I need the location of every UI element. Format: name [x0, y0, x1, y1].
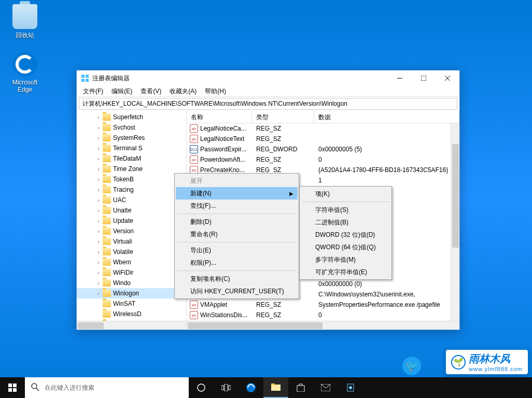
tree-item[interactable]: ›TokenB: [77, 174, 186, 184]
tree-item[interactable]: ›Superfetch: [77, 112, 186, 122]
search-box[interactable]: 在此键入进行搜索: [25, 377, 189, 398]
ctx-new-string[interactable]: 字符串值(S): [301, 204, 390, 216]
menu-help[interactable]: 帮助(H): [201, 86, 230, 97]
value-type-icon: 011: [190, 145, 198, 153]
column-name[interactable]: 名称: [187, 111, 252, 123]
list-hscroll[interactable]: [187, 321, 459, 330]
taskbar-app[interactable]: [338, 377, 363, 398]
tree-item[interactable]: ›Update: [77, 216, 186, 226]
list-row[interactable]: abPowerdownAft...REG_SZ0: [187, 154, 459, 165]
folder-icon: [103, 196, 111, 204]
ctx-expand[interactable]: 展开: [176, 175, 298, 187]
list-row[interactable]: abLegalNoticeCa...REG_SZ: [187, 123, 459, 134]
expander-icon: ›: [95, 229, 102, 234]
folder-icon: [103, 248, 111, 255]
titlebar[interactable]: 注册表编辑器: [77, 70, 459, 86]
value-name: VMApplet: [200, 301, 252, 308]
ctx-export[interactable]: 导出(E): [176, 244, 298, 257]
list-row[interactable]: abWinStationsDis...REG_SZ0: [187, 310, 459, 320]
tree-item-label: UAC: [113, 196, 126, 204]
tree-item[interactable]: ›Volatile: [77, 247, 186, 257]
desktop-icon-edge[interactable]: Microsoft Edge: [5, 52, 45, 93]
expander-icon: ›: [95, 177, 102, 182]
ctx-new-qword[interactable]: QWORD (64 位)值(Q): [301, 241, 390, 253]
list-row[interactable]: abLegalNoticeTextREG_SZ: [187, 134, 459, 144]
column-type[interactable]: 类型: [252, 111, 314, 123]
menu-edit[interactable]: 编辑(E): [107, 86, 136, 97]
recycle-bin-icon: [12, 4, 37, 29]
tree-item[interactable]: ›WiFiDir: [77, 267, 186, 278]
value-data: 0x00000000 (0): [314, 280, 459, 288]
taskbar-edge[interactable]: [239, 377, 263, 398]
tree-item[interactable]: ›Svchost: [77, 122, 186, 133]
menu-view[interactable]: 查看(V): [136, 86, 165, 97]
ctx-new-multi[interactable]: 多字符串值(M): [301, 253, 390, 266]
twitter-icon: 🐦: [402, 357, 421, 375]
expander-icon: ›: [95, 135, 102, 141]
maximize-button[interactable]: [412, 70, 436, 86]
list-row[interactable]: 011PasswordExpir...REG_DWORD0x00000005 (…: [187, 144, 459, 154]
expander-icon: ›: [95, 166, 102, 172]
close-icon: [445, 76, 450, 81]
menu-file[interactable]: 文件(F): [79, 86, 107, 97]
tree-item[interactable]: ›Tracing: [77, 184, 186, 195]
separator: [302, 202, 389, 202]
svg-rect-20: [271, 383, 275, 385]
menu-favorites[interactable]: 收藏夹(A): [165, 86, 201, 97]
folder-icon: [103, 310, 111, 318]
value-type-icon: ab: [190, 135, 198, 143]
tree-item[interactable]: ›Winlogon: [77, 288, 186, 298]
start-button[interactable]: [0, 377, 25, 398]
taskbar: 在此键入进行搜索: [0, 377, 532, 398]
taskbar-cortana[interactable]: [189, 377, 214, 398]
tree-item[interactable]: ›Unatte: [77, 205, 186, 216]
ctx-new-dword[interactable]: DWORD (32 位)值(D): [301, 229, 390, 241]
tree-item[interactable]: ›Version: [77, 226, 186, 236]
window-title: 注册表编辑器: [92, 74, 388, 83]
ctx-permissions[interactable]: 权限(P)...: [176, 257, 298, 269]
svg-rect-19: [271, 385, 281, 391]
tree-item[interactable]: WirelessD: [77, 309, 186, 319]
taskbar-taskview[interactable]: [214, 377, 239, 398]
ctx-new[interactable]: 新建(N)▶: [176, 187, 298, 200]
ctx-goto-hkcu[interactable]: 访问 HKEY_CURRENT_USER(T): [176, 285, 298, 297]
taskbar-explorer[interactable]: [263, 377, 288, 398]
regedit-icon: [81, 74, 89, 82]
list-vscroll[interactable]: [451, 123, 459, 321]
list-row[interactable]: abVMAppletREG_SZSystemPropertiesPerforma…: [187, 300, 459, 310]
tree-item[interactable]: ›Time Zone: [77, 164, 186, 174]
tree-item-label: TokenB: [113, 176, 134, 183]
value-type: REG_SZ: [252, 156, 314, 163]
minimize-button[interactable]: [388, 70, 412, 86]
tree-item[interactable]: ›Windo: [77, 278, 186, 288]
ctx-delete[interactable]: 删除(D): [176, 216, 298, 228]
value-type: REG_SZ: [252, 311, 314, 319]
tree-item-label: Tracing: [113, 186, 134, 193]
value-type: REG_SZ: [252, 166, 314, 174]
tree-item[interactable]: WinSAT: [77, 298, 186, 309]
taskbar-mail[interactable]: [313, 377, 338, 398]
tree-item[interactable]: ›SystemRes: [77, 133, 186, 143]
context-submenu-new: 项(K) 字符串值(S) 二进制值(B) DWORD (32 位)值(D) QW…: [299, 186, 392, 280]
address-bar[interactable]: 计算机\HKEY_LOCAL_MACHINE\SOFTWARE\Microsof…: [79, 98, 457, 110]
tree-item[interactable]: ›Terminal S: [77, 143, 186, 153]
tree-item[interactable]: ›TileDataM: [77, 153, 186, 164]
ctx-new-expand[interactable]: 可扩充字符串值(E): [301, 266, 390, 278]
close-button[interactable]: [436, 70, 459, 86]
expander-icon: ›: [95, 239, 102, 245]
tree-item[interactable]: ›Wbem: [77, 257, 186, 267]
column-data[interactable]: 数据: [314, 111, 459, 123]
ctx-copy-key-name[interactable]: 复制项名称(C): [176, 273, 298, 285]
ctx-find[interactable]: 查找(F)...: [176, 200, 298, 212]
ctx-rename[interactable]: 重命名(R): [176, 228, 298, 240]
ctx-new-binary[interactable]: 二进制值(B): [301, 216, 390, 229]
value-type-icon: ab: [190, 155, 198, 164]
tree-hscroll[interactable]: [77, 321, 186, 330]
svg-rect-11: [13, 388, 17, 392]
tree-item[interactable]: ›UAC: [77, 195, 186, 205]
tree-item[interactable]: ›Virtuali: [77, 236, 186, 247]
expander-icon: ›: [95, 280, 102, 286]
ctx-new-key[interactable]: 项(K): [301, 188, 390, 200]
desktop-icon-recycle-bin[interactable]: 回收站: [5, 4, 45, 40]
taskbar-store[interactable]: [288, 377, 313, 398]
